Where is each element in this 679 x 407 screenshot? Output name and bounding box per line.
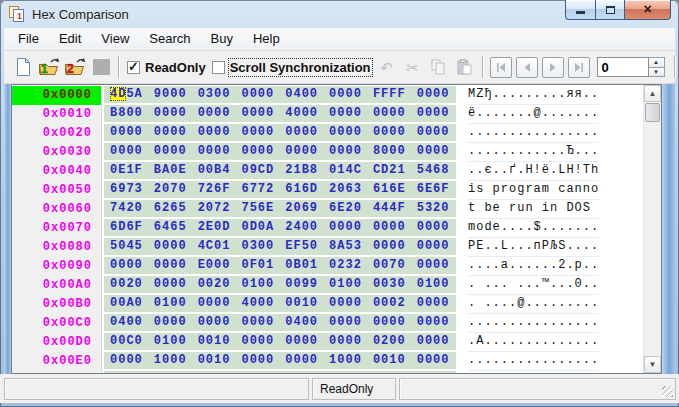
- ascii-cell[interactable]: .А..............: [468, 333, 599, 352]
- ascii-cell[interactable]: ....а......2.p..: [468, 257, 599, 276]
- hex-bytes-cell[interactable]: 00001000001000000000100000100000: [104, 352, 456, 369]
- menu-item-file[interactable]: File: [8, 28, 49, 50]
- hex-byte-group[interactable]: 0000: [417, 295, 450, 312]
- hex-byte-group[interactable]: CD21: [373, 162, 406, 179]
- open-file-2-button[interactable]: 2: [62, 54, 88, 80]
- ascii-cell[interactable]: ............Ђ...: [468, 143, 599, 162]
- hex-byte-group[interactable]: 0D0A: [241, 219, 274, 236]
- maximize-button[interactable]: [595, 0, 625, 20]
- hex-cursor[interactable]: 4D: [110, 87, 126, 101]
- hex-byte-group[interactable]: 2072: [198, 200, 231, 217]
- scroll-sync-checkbox-box[interactable]: [212, 61, 225, 74]
- hex-bytes-cell[interactable]: 04000000000000000400000000000000: [104, 314, 456, 331]
- hex-byte-group[interactable]: 2069: [285, 200, 318, 217]
- hex-byte-group[interactable]: 0100: [329, 276, 362, 293]
- hex-byte-group[interactable]: 0000: [154, 276, 187, 293]
- hex-byte-group[interactable]: 6D6F: [110, 219, 143, 236]
- hex-byte-group[interactable]: 0000: [198, 295, 231, 312]
- menu-item-help[interactable]: Help: [243, 28, 290, 50]
- difference-counter[interactable]: 0 ▲ ▼: [597, 57, 665, 77]
- hex-byte-group[interactable]: 2063: [329, 181, 362, 198]
- hex-byte-group[interactable]: 0000: [417, 257, 450, 274]
- scroll-down-button[interactable]: ▼: [644, 356, 661, 373]
- hex-byte-group[interactable]: 0000: [285, 143, 318, 160]
- hex-byte-group[interactable]: 0000: [417, 86, 450, 103]
- hex-byte-group[interactable]: 4C01: [198, 238, 231, 255]
- hex-byte-group[interactable]: 6265: [154, 200, 187, 217]
- next-difference-button[interactable]: [542, 57, 564, 78]
- hex-byte-group[interactable]: 444F: [373, 200, 406, 217]
- difference-counter-value[interactable]: 0: [597, 57, 649, 77]
- scroll-sync-checkbox[interactable]: Scroll Synchronization: [212, 60, 371, 75]
- hex-byte-group[interactable]: 0010: [198, 352, 231, 369]
- hex-bytes-cell[interactable]: 00000000000000000000000000000000: [104, 124, 456, 141]
- hex-byte-group[interactable]: 0000: [198, 105, 231, 122]
- hex-byte-group[interactable]: 0000: [241, 352, 274, 369]
- hex-byte-group[interactable]: 0000: [417, 238, 450, 255]
- hex-byte-group[interactable]: 0000: [329, 124, 362, 141]
- hex-byte-group[interactable]: 0010: [373, 352, 406, 369]
- hex-byte-group[interactable]: 4000: [241, 295, 274, 312]
- hex-byte-group[interactable]: 0000: [329, 295, 362, 312]
- menu-item-edit[interactable]: Edit: [49, 28, 91, 50]
- hex-byte-group[interactable]: 0000: [110, 124, 143, 141]
- hex-byte-group[interactable]: 0000: [373, 124, 406, 141]
- hex-byte-group[interactable]: 0000: [373, 238, 406, 255]
- open-file-1-button[interactable]: 1: [36, 54, 62, 80]
- hex-byte-group[interactable]: 0000: [417, 352, 450, 369]
- hex-byte-group[interactable]: 0000: [285, 124, 318, 141]
- hex-byte-group[interactable]: 0000: [329, 333, 362, 350]
- address-cell[interactable]: 0x00E0: [12, 352, 102, 371]
- hex-byte-group[interactable]: 0000: [373, 314, 406, 331]
- save-button[interactable]: [88, 54, 114, 80]
- hex-byte-group[interactable]: 0099: [285, 276, 318, 293]
- hex-byte-group[interactable]: 6465: [154, 219, 187, 236]
- hex-byte-group[interactable]: 1000: [329, 352, 362, 369]
- hex-byte-group[interactable]: 0400: [285, 314, 318, 331]
- hex-byte-group[interactable]: 5320: [417, 200, 450, 217]
- hex-byte-group[interactable]: 0100: [241, 276, 274, 293]
- hex-byte-group[interactable]: 8000: [373, 143, 406, 160]
- address-cell[interactable]: 0x0030: [12, 143, 102, 162]
- hex-bytes-cell[interactable]: 00200000002001000099010000300100: [104, 276, 456, 293]
- hex-byte-group[interactable]: 00B4: [198, 162, 231, 179]
- ascii-cell[interactable]: ................: [468, 124, 599, 143]
- ascii-cell[interactable]: t be run in DOS: [468, 200, 599, 219]
- hex-byte-group[interactable]: 0300: [198, 86, 231, 103]
- hex-byte-group[interactable]: 0000: [198, 143, 231, 160]
- hex-byte-group[interactable]: 6772: [241, 181, 274, 198]
- hex-byte-group[interactable]: 0F01: [241, 257, 274, 274]
- hex-byte-group[interactable]: 4000: [285, 105, 318, 122]
- hex-byte-group[interactable]: 0000: [417, 333, 450, 350]
- spin-up-button[interactable]: ▲: [649, 57, 665, 67]
- hex-byte-group[interactable]: 0000: [373, 105, 406, 122]
- ascii-cell[interactable]: PE..L...пPЉS....: [468, 238, 599, 257]
- ascii-cell[interactable]: . ... ...™...0..: [468, 276, 599, 295]
- hex-byte-group[interactable]: 0E1F: [110, 162, 143, 179]
- readonly-checkbox-box[interactable]: [127, 61, 140, 74]
- menu-item-buy[interactable]: Buy: [201, 28, 243, 50]
- hex-bytes-cell[interactable]: 504500004C010300EF508A5300000000: [104, 238, 456, 255]
- address-cell[interactable]: 0x0020: [12, 124, 102, 143]
- readonly-checkbox[interactable]: ReadOnly: [127, 60, 206, 75]
- hex-byte-group[interactable]: 0000: [417, 314, 450, 331]
- vertical-scrollbar[interactable]: ▲ ▼: [643, 85, 661, 373]
- hex-byte-group[interactable]: 2070: [154, 181, 187, 198]
- hex-byte-group[interactable]: 00A0: [110, 295, 143, 312]
- hex-byte-group[interactable]: 5045: [110, 238, 143, 255]
- hex-byte-group[interactable]: 9000: [154, 86, 187, 103]
- hex-byte-group[interactable]: 0030: [373, 276, 406, 293]
- hex-bytes-cell[interactable]: 0E1FBA0E00B409CD21B8014CCD215468: [104, 162, 456, 179]
- hex-bytes-cell[interactable]: 4D5A90000300000004000000FFFF0000: [104, 86, 456, 103]
- hex-byte-group[interactable]: BA0E: [154, 162, 187, 179]
- hex-byte-group[interactable]: 21B8: [285, 162, 318, 179]
- hex-bytes-cell[interactable]: 00A00100000040000010000000020000: [104, 295, 456, 312]
- hex-byte-group[interactable]: 0000: [417, 143, 450, 160]
- hex-byte-group[interactable]: 0000: [110, 143, 143, 160]
- hex-byte-group[interactable]: 0400: [285, 86, 318, 103]
- hex-byte-group[interactable]: 0020: [198, 276, 231, 293]
- hex-byte-group[interactable]: 0020: [110, 276, 143, 293]
- hex-byte-group[interactable]: 0000: [154, 257, 187, 274]
- previous-difference-button[interactable]: [516, 57, 538, 78]
- hex-byte-group[interactable]: 0100: [154, 333, 187, 350]
